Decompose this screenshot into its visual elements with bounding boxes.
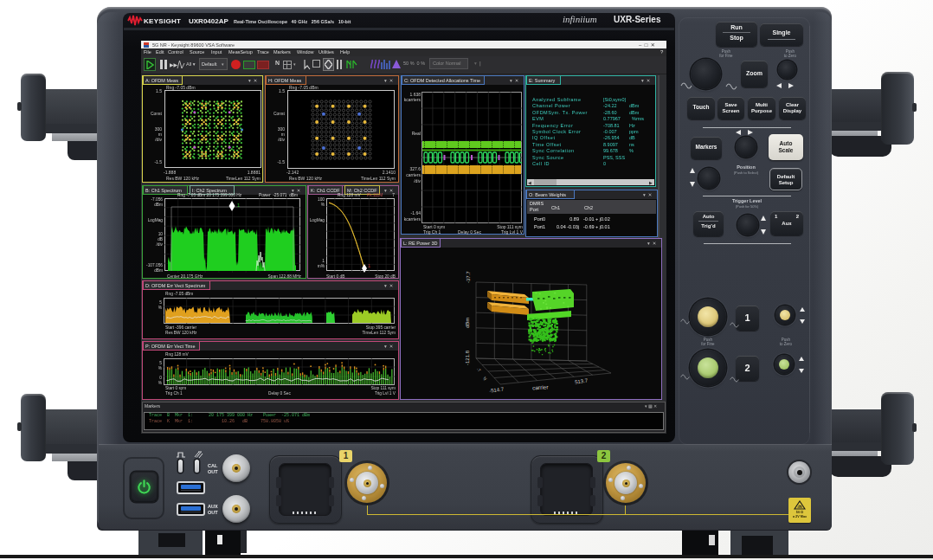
svg-text:-37.7: -37.7	[466, 271, 471, 283]
svg-text:-7: -7	[476, 366, 482, 373]
svg-text:dBm: dBm	[465, 318, 470, 328]
svg-text:-121.8: -121.8	[465, 350, 470, 365]
svg-text:carrier: carrier	[532, 383, 550, 390]
svg-text:ly: ly	[483, 375, 489, 381]
svg-text:1: 1	[237, 203, 240, 208]
svg-text:513.7: 513.7	[575, 378, 589, 385]
svg-text:1: 1	[368, 263, 370, 268]
svg-text:-514.7: -514.7	[489, 386, 505, 393]
